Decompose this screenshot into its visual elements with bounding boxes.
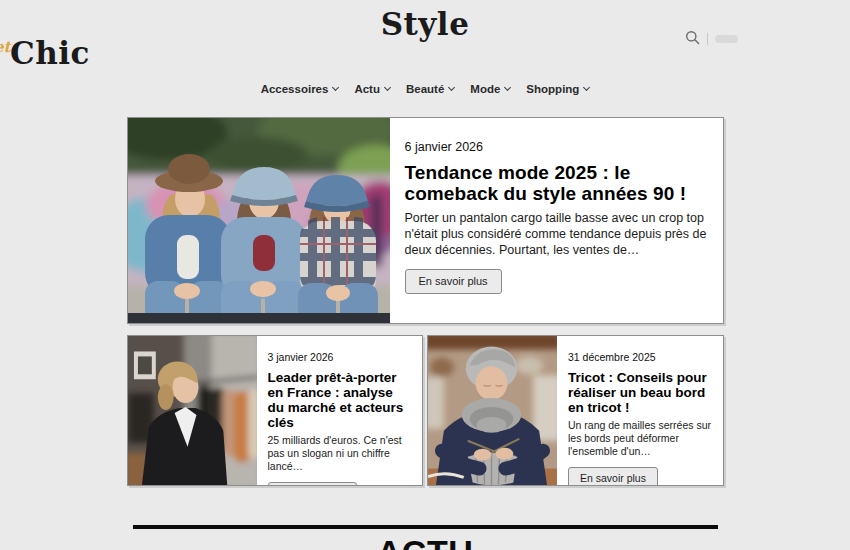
nav-item-shopping[interactable]: Shopping [526, 81, 589, 97]
chevron-down-icon [384, 83, 391, 90]
chevron-down-icon [448, 83, 455, 90]
nav-item-beaute[interactable]: Beauté [406, 81, 454, 97]
hero-article-title[interactable]: Tendance mode 2025 : le comeback du styl… [405, 162, 707, 205]
nav-item-accessoires[interactable]: Accessoires [261, 81, 339, 97]
pill-placeholder[interactable] [715, 35, 738, 43]
article-title[interactable]: Tricot : Conseils pour réaliser un beau … [568, 370, 713, 415]
article-date: 3 janvier 2026 [268, 351, 413, 363]
article-title[interactable]: Leader prêt-à-porter en France : analyse… [268, 370, 413, 430]
hero-article-date: 6 janvier 2026 [405, 140, 707, 154]
chevron-down-icon [583, 83, 590, 90]
hero-article-body: 6 janvier 2026 Tendance mode 2025 : le c… [390, 118, 723, 323]
content: 6 janvier 2026 Tendance mode 2025 : le c… [127, 117, 724, 486]
hero-article-card: 6 janvier 2026 Tendance mode 2025 : le c… [127, 117, 724, 324]
header-divider [707, 33, 708, 45]
articles-row: 3 janvier 2026 Leader prêt-à-porter en F… [127, 335, 724, 486]
article-image-knitting[interactable] [428, 336, 557, 485]
article-excerpt: Un rang de mailles serrées sur les bords… [568, 419, 713, 459]
section-divider [133, 525, 718, 529]
chevron-down-icon [332, 83, 339, 90]
article-body: 3 janvier 2026 Leader prêt-à-porter en F… [257, 336, 423, 485]
hero-article-image[interactable] [128, 118, 390, 323]
article-image-boutique[interactable] [128, 336, 257, 485]
chevron-down-icon [504, 83, 511, 90]
article-card-pret-a-porter: 3 janvier 2026 Leader prêt-à-porter en F… [127, 335, 424, 486]
article-read-more-button[interactable]: En savoir plus [568, 467, 658, 486]
search-icon [685, 30, 700, 48]
woman-left [145, 154, 231, 323]
logo-word-et: et [0, 41, 10, 55]
site-header: Style etChic [0, 0, 850, 68]
section-title-actu: ACTU [0, 533, 850, 550]
article-card-tricot: 31 décembre 2025 Tricot : Conseils pour … [427, 335, 724, 486]
search-button[interactable] [685, 30, 700, 48]
header-tools [685, 30, 738, 48]
logo-word-chic: Chic [10, 35, 90, 71]
hero-read-more-button[interactable]: En savoir plus [405, 269, 502, 294]
page: Style etChic Accessoires Actu [0, 0, 850, 550]
nav-item-mode[interactable]: Mode [470, 81, 510, 97]
article-date: 31 décembre 2025 [568, 351, 713, 363]
main-nav: Accessoires Actu Beauté Mode Shopping [0, 81, 850, 97]
article-excerpt: 25 milliards d'euros. Ce n'est pas un sl… [268, 434, 413, 474]
nav-item-actu[interactable]: Actu [354, 81, 390, 97]
hero-article-excerpt: Porter un pantalon cargo taille basse av… [405, 210, 707, 258]
article-read-more-button[interactable]: En savoir plus [268, 482, 358, 486]
article-body: 31 décembre 2025 Tricot : Conseils pour … [557, 336, 723, 485]
